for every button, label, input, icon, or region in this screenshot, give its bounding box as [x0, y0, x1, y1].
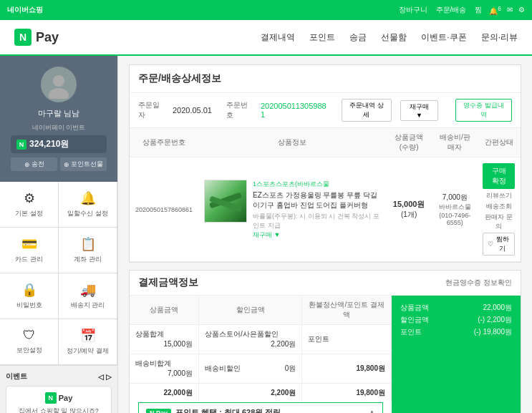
payment-header: 결제금액정보 현금영수증 정보확인	[130, 271, 521, 296]
receipt-button[interactable]: 영수증 발급내역	[455, 99, 512, 122]
product-info-cell: 1스포츠스포츠(바바르스물 EZ스포츠 가정용울링 무를봉 무릎 닥길 이기구 …	[198, 157, 385, 262]
avatar	[41, 67, 77, 102]
naver-brand: 네이버쇼핑	[7, 5, 43, 15]
col-order-number: 상품주문번호	[130, 128, 198, 157]
sidebar-item-shipping[interactable]: 🚚 배송지 관리	[59, 273, 117, 319]
top-nav-cart[interactable]: 장바구니	[399, 5, 427, 15]
menu-points[interactable]: 포인트	[309, 31, 335, 44]
payment-table-header: 상품금액 할인금액 환불정산액/포인트 결제액	[130, 296, 392, 325]
sidebar-item-notifications[interactable]: 🔔 일할수신 설정	[59, 182, 117, 228]
point-gift-button[interactable]: ⊕ 포인트선물	[60, 157, 107, 171]
order-date-item: 주문일자 2020.05.01	[138, 100, 212, 120]
menu-review[interactable]: 문의·리뷰	[481, 31, 518, 44]
payment-section-title: 결제금액정보	[138, 276, 198, 289]
seller-phone: (010-7496-6555)	[438, 212, 471, 226]
delivery-cell: 7,000원 바바르스물 (010-7496-6555)	[432, 157, 477, 262]
sidebar-notifications-label: 일할수신 설정	[67, 210, 108, 217]
payment-left: 상품금액 할인금액 환불정산액/포인트 결제액 상품합계 15,000원	[130, 296, 392, 413]
pay-logo-text: Pay	[36, 30, 59, 45]
payment-delivery-total: 배송비합계 7,000원	[130, 354, 198, 384]
seller-name: 바바르스물	[438, 203, 471, 212]
order-detail-button[interactable]: 주문내역 상세	[342, 99, 392, 122]
menu-transfer[interactable]: 송금	[349, 31, 367, 44]
cash-receipt-link[interactable]: 현금영수증 정보확인	[445, 278, 512, 288]
order-table-header: 상품주문번호 상품정보 상품금액(수량) 배송비/판매자 간편상태	[130, 128, 521, 157]
payment-inner: 상품금액 할인금액 환불정산액/포인트 결제액 상품합계 15,000원	[130, 296, 521, 413]
point-label: 네이버페이 이번트	[11, 123, 107, 132]
sidebar-settings-label: 기본 설정	[15, 210, 43, 217]
sidebar-menu: ⚙ 기본 설정 🔔 일할수신 설정 💳 카드 관리 📋 계좌 관리 🔒	[0, 182, 117, 365]
payment-row-3: 22,000원 2,200원 19,800원	[130, 384, 392, 403]
sidebar-item-security[interactable]: 🛡 보안설정	[0, 319, 59, 365]
status-cell: 구매확정 리뷰쓰기 배송조회 판매자 문의 ♡ 찜하기	[477, 157, 521, 262]
header-menu: 결제내역 포인트 송금 선물함 이벤트·쿠폰 문의·리뷰	[261, 31, 518, 44]
payment-discount-total: 2,200원	[198, 384, 301, 403]
settings-icon[interactable]: ⚙	[518, 6, 525, 14]
store-discount-label: 상품스토어/사은품할인 2,200원	[205, 329, 296, 339]
sidebar-account-label: 계좌 관리	[74, 256, 102, 263]
sidebar-item-settings[interactable]: ⚙ 기본 설정	[0, 182, 59, 228]
bell-settings-icon: 🔔	[64, 190, 111, 206]
payment-table: 상품금액 할인금액 환불정산액/포인트 결제액 상품합계 15,000원	[130, 296, 392, 402]
svg-point-1	[49, 88, 69, 99]
col-product-info: 상품정보	[198, 128, 385, 157]
mail-icon[interactable]: ✉	[507, 6, 513, 14]
top-nav-wishlist[interactable]: 찜	[475, 5, 482, 15]
product-quantity: (1개)	[391, 210, 427, 220]
product-brand: 1스포츠스포츠(바바르스물	[253, 180, 379, 189]
delivery-discount-label: 배송비할인 0원	[205, 364, 296, 374]
product-details: 1스포츠스포츠(바바르스물 EZ스포츠 가정용울링 무를봉 무릎 닥길 이기구 …	[253, 180, 379, 240]
account-icon: 📋	[64, 236, 111, 252]
sidebar-event-banner[interactable]: N Pay 집에서 쇼핑할 일 많으시죠?	[6, 386, 112, 413]
sidebar-item-password[interactable]: 🔒 비밀번호	[0, 273, 59, 319]
product-sum-label: 상품합계 15,000원	[135, 329, 193, 339]
payment-right-summary: 상품금액 22,000원 할인금액 (-) 2,200원 포인트 (-) 19,…	[392, 296, 521, 413]
reorder-button[interactable]: 재구매 ▼	[400, 100, 437, 121]
truck-icon: 🚚	[64, 282, 111, 298]
sidebar-item-account[interactable]: 📋 계좌 관리	[59, 228, 117, 273]
naver-n-logo: N	[14, 29, 32, 46]
bell-icon[interactable]: 🔔6	[489, 5, 501, 15]
sidebar-card-label: 카드 관리	[15, 256, 43, 263]
summary-points-row: 포인트 (-) 19,800원	[400, 327, 512, 337]
price-cell: 15,000원 (1개)	[385, 157, 432, 262]
col-price: 상품금액(수량)	[385, 128, 432, 157]
col-discount: 할인금액	[198, 296, 301, 325]
sidebar-recurring-label: 정기/예약 결제	[67, 347, 109, 354]
sidebar-actions: ⊕ 송전 ⊕ 포인트선물	[11, 157, 107, 171]
header: N Pay 결제내역 포인트 송금 선물함 이벤트·쿠폰 문의·리뷰	[0, 20, 532, 56]
sidebar-event: 이벤트 ◁ ▷ N Pay 집에서 쇼핑할 일 많으시죠?	[0, 365, 117, 413]
card-icon: 💳	[6, 236, 52, 252]
order-section-title: 주문/배송상세정보	[130, 65, 521, 93]
naver-icon: N	[16, 140, 26, 150]
top-nav-orders[interactable]: 주문/배송	[436, 5, 467, 15]
sidebar-password-label: 비밀번호	[16, 301, 42, 308]
sidebar-profile: 마구랄 님남 네이버페이 이번트 N 324,210원 ⊕ 송전 ⊕ 포인트선물	[0, 56, 117, 182]
menu-events[interactable]: 이벤트·쿠폰	[421, 31, 466, 44]
delivery-track-link[interactable]: 배송조회	[483, 202, 515, 211]
sidebar-item-recurring[interactable]: 📅 정기/예약 결제	[59, 319, 117, 365]
event-banner-text: 집에서 쇼핑할 일 많으시죠?	[12, 407, 105, 413]
payment-row-1: 상품합계 15,000원 상품스토어/사은품할인 2,200원 포인트	[130, 325, 392, 354]
sidebar-item-card[interactable]: 💳 카드 관리	[0, 228, 59, 273]
user-name: 마구랄 님남	[11, 108, 107, 119]
menu-payments[interactable]: 결제내역	[261, 31, 295, 44]
event-nav-icons[interactable]: ◁ ▷	[98, 373, 112, 381]
points-collapse-button[interactable]: ∧	[369, 408, 375, 414]
svg-point-0	[53, 75, 64, 87]
order-number-label: 주문번호	[226, 100, 255, 120]
pay-text-small: Pay	[59, 394, 73, 402]
settings-gear-icon: ⚙	[6, 190, 52, 206]
sidebar-security-label: 보안설정	[16, 346, 42, 354]
review-link[interactable]: 리뷰쓰기	[483, 191, 515, 200]
purchase-confirm-button[interactable]: 구매확정	[483, 163, 515, 189]
menu-gifts[interactable]: 선물함	[381, 31, 407, 44]
summary-discount-value: (-) 2,200원	[478, 315, 512, 325]
product-reorder-link[interactable]: 재구매 ▼	[253, 230, 379, 240]
product-price: 15,000원	[391, 199, 427, 210]
wishlist-button[interactable]: ♡ 찜하기	[483, 233, 515, 256]
transfer-button[interactable]: ⊕ 송전	[11, 157, 57, 171]
order-date-label: 주문일자	[138, 100, 167, 120]
seller-inquiry-link[interactable]: 판매자 문의	[483, 213, 515, 231]
sidebar-menu-grid: ⚙ 기본 설정 🔔 일할수신 설정 💳 카드 관리 📋 계좌 관리 🔒	[0, 182, 117, 365]
